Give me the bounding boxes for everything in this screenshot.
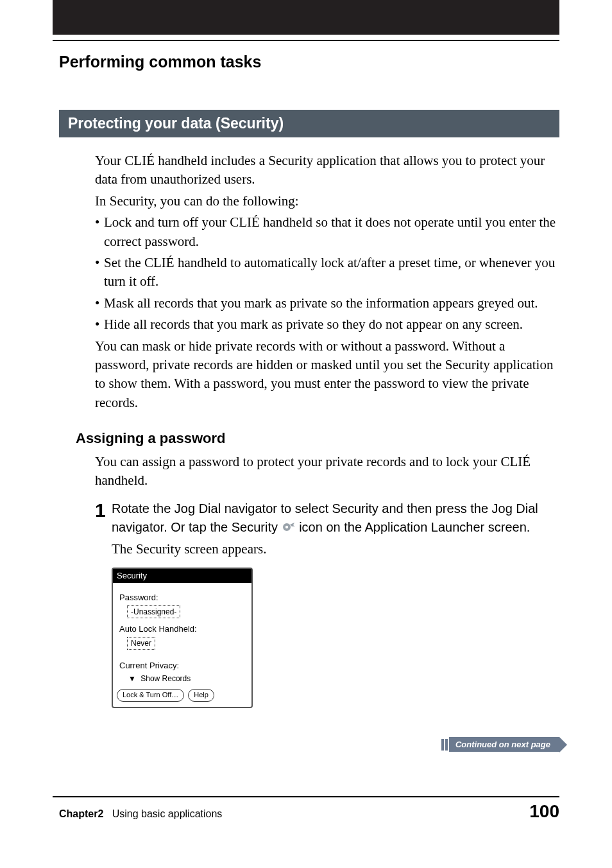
autolock-value-box[interactable]: Never	[127, 637, 155, 650]
banner-bar-icon	[441, 739, 444, 751]
security-icon	[282, 519, 296, 537]
bullet-dot-icon: •	[95, 254, 104, 291]
bullet-item: • Set the CLIÉ handheld to automatically…	[95, 254, 559, 291]
continued-banner: Continued on next page	[441, 737, 559, 752]
bullet-text: Mask all records that you mark as privat…	[104, 294, 559, 313]
intro-paragraph-2: In Security, you can do the following:	[95, 192, 559, 211]
banner-bar-icon	[445, 739, 448, 751]
step-1: 1 Rotate the Jog Dial navigator to selec…	[95, 499, 559, 537]
subheading-assigning-password: Assigning a password	[76, 429, 559, 449]
step-number: 1	[95, 501, 112, 520]
bullet-text: Lock and turn off your CLIÉ handheld so …	[104, 213, 559, 251]
assign-paragraph: You can assign a password to protect you…	[95, 453, 559, 490]
password-value-box[interactable]: -Unassigned-	[127, 605, 180, 619]
autolock-label: Auto Lock Handheld:	[119, 623, 245, 635]
bullet-dot-icon: •	[95, 294, 104, 313]
footer-chapter: Chapter2	[59, 808, 103, 819]
privacy-dropdown[interactable]: ▼ Show Records	[128, 673, 245, 684]
header-black-bar	[53, 0, 559, 35]
page-number: 100	[529, 801, 559, 822]
step-follow-text: The Security screen appears.	[112, 540, 559, 559]
step-text-after: icon on the Application Launcher screen.	[299, 520, 530, 534]
bullet-item: • Mask all records that you mark as priv…	[95, 294, 559, 313]
security-window-title: Security	[113, 569, 251, 583]
help-button[interactable]: Help	[188, 689, 214, 701]
privacy-value: Show Records	[140, 674, 191, 683]
intro-paragraph-1: Your CLIÉ handheld includes a Security a…	[95, 152, 559, 189]
bullet-text: Hide all records that you mark as privat…	[104, 315, 559, 334]
footer-left: Chapter2 Using basic applications	[59, 808, 222, 820]
dropdown-arrow-icon: ▼	[128, 673, 136, 684]
bullet-dot-icon: •	[95, 315, 104, 334]
after-bullets-paragraph: You can mask or hide private records wit…	[95, 337, 559, 413]
password-label: Password:	[119, 592, 245, 603]
bullet-dot-icon: •	[95, 213, 104, 251]
continued-text: Continued on next page	[449, 737, 559, 752]
lock-turn-off-button[interactable]: Lock & Turn Off…	[117, 689, 184, 701]
step-instruction: Rotate the Jog Dial navigator to select …	[112, 499, 559, 537]
security-screenshot: Security Password: -Unassigned- Auto Loc…	[112, 568, 253, 708]
privacy-label: Current Privacy:	[119, 660, 245, 672]
breadcrumb: Performing common tasks	[59, 53, 612, 71]
header-rule	[53, 40, 559, 41]
footer-chapter-title: Using basic applications	[112, 808, 223, 819]
bullet-item: • Lock and turn off your CLIÉ handheld s…	[95, 213, 559, 251]
section-title-bar: Protecting your data (Security)	[59, 110, 559, 137]
bullet-item: • Hide all records that you mark as priv…	[95, 315, 559, 334]
footer-rule	[53, 796, 559, 797]
bullet-text: Set the CLIÉ handheld to automatically l…	[104, 254, 559, 291]
svg-point-1	[285, 526, 287, 528]
